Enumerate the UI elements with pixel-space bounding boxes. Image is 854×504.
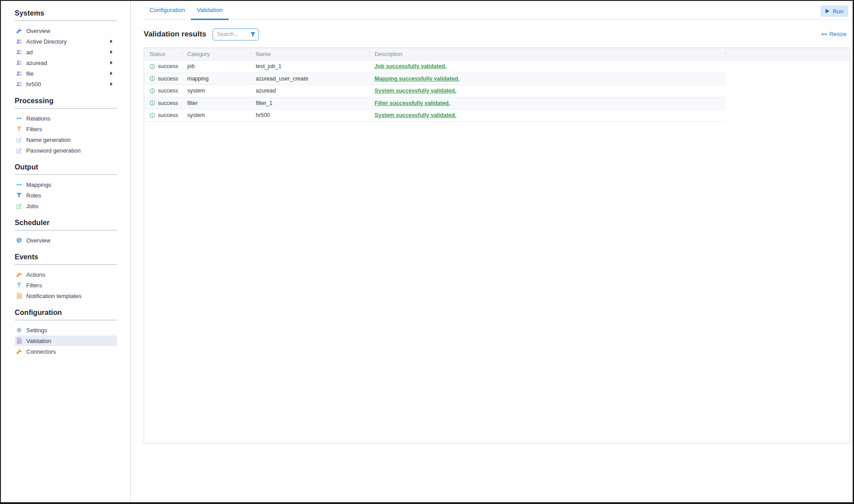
sidebar-item-label: azuread — [26, 60, 47, 66]
validation-message-link[interactable]: Job successfully validated. — [375, 63, 447, 69]
description-cell: System successfully validated. — [369, 88, 725, 94]
category-cell: filter — [182, 100, 250, 106]
sidebar-item-label: Jobs — [26, 203, 38, 210]
clock-icon — [16, 237, 22, 244]
name-cell: hr500 — [250, 112, 369, 118]
validation-message-link[interactable]: System successfully validated. — [375, 88, 456, 94]
users-icon — [16, 38, 22, 45]
sidebar-item-filters[interactable]: Filters — [15, 280, 117, 290]
sidebar-item-label: Connectors — [26, 348, 56, 355]
name-cell: azuread — [250, 88, 369, 94]
filter-funnel-icon[interactable] — [250, 32, 256, 37]
tab-validation[interactable]: Validation — [191, 1, 228, 20]
resize-arrows-icon — [821, 32, 827, 36]
relation-arrows-icon — [16, 181, 22, 188]
sidebar-item-notification-templates[interactable]: Notification templates — [15, 290, 117, 301]
sidebar-item-active-directory[interactable]: Active Directory — [15, 36, 117, 47]
description-cell: System successfully validated. — [369, 112, 725, 118]
table-header-row: StatusCategoryNameDescription — [144, 48, 850, 60]
expand-arrow-icon[interactable] — [110, 40, 113, 43]
sidebar-item-azuread[interactable]: azuread — [15, 57, 117, 68]
sidebar-item-password-generation[interactable]: Password generation — [15, 145, 117, 156]
info-circle-icon — [149, 88, 158, 94]
validation-results-table: StatusCategoryNameDescription successjob… — [144, 48, 850, 444]
category-cell: system — [182, 88, 250, 94]
resize-link[interactable]: Resize — [821, 31, 846, 37]
sidebar-item-overview[interactable]: Overview — [15, 235, 117, 246]
status-text: success — [158, 63, 178, 69]
sidebar-section-title-scheduler: Scheduler — [15, 218, 117, 227]
sidebar-item-label: Overview — [26, 237, 50, 244]
section-divider — [15, 320, 117, 320]
play-icon — [826, 9, 830, 13]
validation-message-link[interactable]: Filter successfully validated. — [375, 100, 450, 106]
status-text: success — [158, 112, 178, 118]
column-header-status[interactable]: Status — [144, 48, 182, 60]
sidebar-item-overview[interactable]: Overview — [15, 25, 117, 36]
sidebar-item-mappings[interactable]: Mappings — [15, 179, 117, 190]
sidebar-item-label: Filters — [26, 282, 42, 289]
run-button[interactable]: Run — [821, 5, 848, 17]
main-panel: Configuration Validation Run Validation … — [131, 1, 853, 502]
sidebar-item-label: Actions — [26, 271, 45, 278]
validation-message-link[interactable]: System successfully validated. — [375, 112, 456, 118]
expand-arrow-icon[interactable] — [110, 50, 113, 54]
sidebar-item-relations[interactable]: Relations — [15, 113, 117, 124]
expand-arrow-icon[interactable] — [110, 61, 113, 65]
section-divider — [15, 108, 117, 109]
edit-doc-icon — [16, 203, 22, 210]
sidebar-item-label: Name generation — [26, 137, 71, 143]
sidebar-item-label: Validation — [26, 338, 51, 344]
sidebar-item-label: file — [26, 70, 34, 77]
sidebar-item-label: Notification templates — [26, 293, 81, 299]
sidebar-item-name-generation[interactable]: Name generation — [15, 134, 117, 145]
sidebar-item-validation[interactable]: Validation — [15, 335, 117, 346]
column-header-name[interactable]: Name — [250, 48, 369, 60]
tab-bar: Configuration Validation — [144, 1, 850, 20]
info-circle-icon — [149, 64, 158, 69]
sidebar-section-title-events: Events — [15, 253, 117, 262]
sidebar-item-label: Overview — [26, 28, 50, 34]
document-icon — [16, 338, 22, 344]
tab-configuration[interactable]: Configuration — [144, 1, 191, 20]
filter-funnel-icon — [16, 192, 22, 199]
search-box — [213, 28, 259, 40]
users-icon — [16, 49, 22, 56]
table-body: successjobtest_job_1Job successfully val… — [144, 60, 850, 122]
sidebar-item-filters[interactable]: Filters — [15, 124, 117, 134]
wrench-icon — [16, 28, 22, 34]
name-cell: azuread_user_create — [250, 76, 369, 82]
sidebar-item-hr500[interactable]: hr500 — [15, 79, 117, 89]
section-divider — [15, 20, 117, 21]
sidebar-item-connectors[interactable]: Connectors — [15, 346, 117, 357]
validation-message-link[interactable]: Mapping successfully validated. — [375, 76, 459, 82]
sidebar-item-settings[interactable]: Settings — [15, 325, 117, 335]
description-cell: Filter successfully validated. — [369, 100, 725, 106]
column-header-empty — [725, 48, 850, 60]
column-header-category[interactable]: Category — [182, 48, 250, 60]
expand-arrow-icon[interactable] — [110, 82, 113, 86]
info-circle-icon — [149, 100, 158, 106]
sidebar-item-actions[interactable]: Actions — [15, 269, 117, 280]
status-text: success — [158, 100, 178, 106]
sidebar-section-title-configuration: Configuration — [15, 308, 117, 317]
sidebar-item-file[interactable]: file — [15, 68, 117, 79]
name-cell: test_job_1 — [250, 63, 369, 69]
app-window: { "sidebar": { "sections": [ { "title": … — [0, 0, 854, 504]
info-circle-icon — [149, 76, 158, 81]
table-row: successmappingazuread_user_createMapping… — [144, 73, 725, 85]
column-header-description[interactable]: Description — [369, 48, 725, 60]
status-text: success — [158, 88, 178, 94]
toolbar: Validation results Resize — [144, 28, 850, 40]
sidebar-section-title-systems: Systems — [15, 9, 117, 18]
users-icon — [16, 81, 22, 88]
sidebar-item-roles[interactable]: Roles — [15, 190, 117, 201]
description-cell: Mapping successfully validated. — [369, 76, 725, 82]
section-divider — [15, 174, 117, 175]
status-cell: success — [144, 100, 182, 106]
sidebar-item-ad[interactable]: ad — [15, 47, 117, 57]
expand-arrow-icon[interactable] — [110, 72, 113, 75]
sidebar-item-jobs[interactable]: Jobs — [15, 201, 117, 211]
relation-arrows-icon — [16, 115, 22, 122]
info-circle-icon — [149, 113, 158, 118]
